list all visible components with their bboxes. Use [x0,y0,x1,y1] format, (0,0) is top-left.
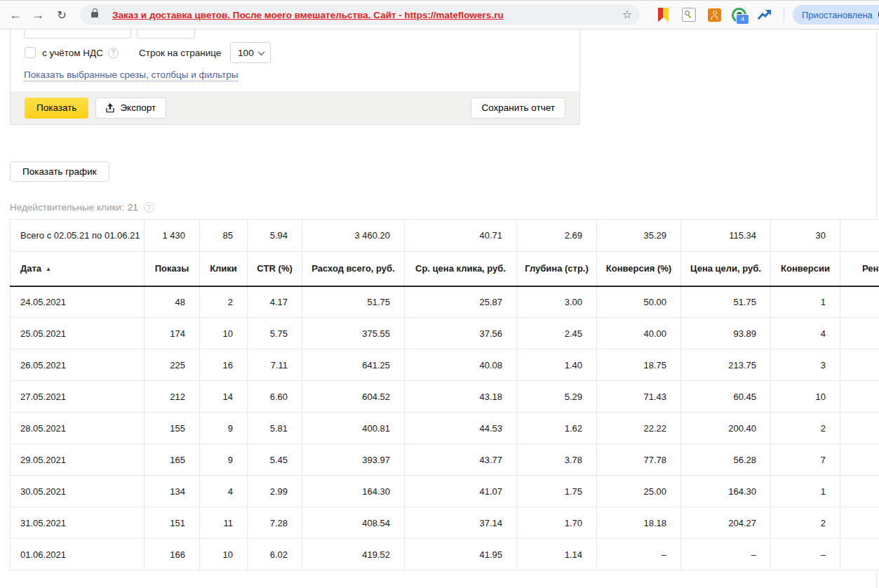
value-cell: 9 [200,444,248,476]
table-row: 24.05.20214824.1751.7525.873.0050.0051.7… [11,286,879,318]
value-cell [840,476,879,507]
value-cell: 2.99 [248,476,302,507]
value-cell: 400.81 [302,413,405,444]
value-cell [840,444,879,476]
invalid-clicks-help-icon[interactable]: ? [144,202,154,213]
value-cell: 641.25 [302,349,405,381]
column-header[interactable]: Конверсии [771,252,840,286]
bookmark-star-icon[interactable]: ☆ [622,8,632,21]
totals-cell: 3 460.20 [302,220,405,252]
forward-icon[interactable]: → [28,5,48,25]
value-cell: 71.43 [597,381,681,413]
value-cell: 1.70 [517,507,597,539]
column-header-date[interactable]: Дата▲ [11,252,145,286]
vat-checkbox-label[interactable]: с учётом НДС [42,48,103,58]
value-cell: 41.07 [405,476,517,507]
column-header[interactable]: Показы [145,252,200,286]
panel-footer: Показать Экспорт Сохранить отчет [11,91,579,124]
column-header-date-label: Дата [20,263,41,274]
cropped-dropdown[interactable] [137,29,195,39]
table-row: 30.05.202113442.99164.3041.071.7525.0016… [11,476,879,507]
column-header[interactable]: Глубина (стр.) [517,252,597,286]
show-slices-link[interactable]: Показать выбранные срезы, столбцы и филь… [24,69,238,81]
column-header[interactable]: Конверсия (%) [597,252,681,286]
date-cell: 26.05.2021 [11,349,145,381]
sort-asc-icon: ▲ [46,266,51,272]
totals-label: Всего с 02.05.21 по 01.06.21 [11,220,145,252]
date-cell: 01.06.2021 [11,539,145,570]
value-cell: 2 [200,286,248,318]
value-cell: 37.56 [405,318,517,349]
report-settings-panel: с учётом НДС ? Строк на странице 100 Пок… [10,29,580,125]
value-cell: 10 [200,539,248,570]
value-cell: 393.97 [302,444,405,476]
chevron-down-icon [257,48,264,55]
rows-per-page-select[interactable]: 100 [230,42,271,63]
value-cell: 18.75 [597,349,681,381]
value-cell: 5.75 [248,318,302,349]
export-button[interactable]: Экспорт [95,98,166,119]
metrica-extension-icon[interactable] [757,8,772,22]
show-chart-button[interactable]: Показать график [10,161,109,182]
address-bar-text[interactable]: Заказ и доставка цветов. После моего вме… [112,10,504,20]
value-cell: 22.22 [597,413,681,444]
value-cell: 6.60 [248,381,302,413]
rows-per-page-label: Строк на странице [139,48,221,58]
table-row: 31.05.2021151117.28408.5437.141.7018.182… [11,507,879,539]
date-cell: 31.05.2021 [11,507,145,539]
invalid-clicks-line: Недействительные клики: 21 ? [10,201,154,213]
value-cell: 44.53 [405,413,517,444]
value-cell [840,286,879,318]
value-cell: 408.54 [302,507,405,539]
column-header[interactable]: Цена цели, руб. [681,252,771,286]
export-button-label: Экспорт [120,102,156,113]
save-report-button[interactable]: Сохранить отчет [471,98,565,119]
value-cell: 51.75 [302,286,405,318]
cropped-dropdown[interactable] [24,29,131,39]
value-cell: 40.08 [405,349,517,381]
totals-cell: 85 [200,220,248,252]
column-header[interactable]: Ср. цена клика, руб. [405,252,517,286]
value-cell: 1.14 [517,539,597,570]
value-cell: 7.11 [248,349,302,381]
value-cell: 43.18 [405,381,517,413]
show-button[interactable]: Показать [25,98,88,119]
odnoklassniki-extension-icon[interactable] [708,8,721,22]
vat-checkbox[interactable] [25,47,36,58]
address-bar[interactable]: Заказ и доставка цветов. После моего вме… [80,5,640,25]
value-cell: 375.55 [302,318,405,349]
extension-badge: 4 [736,14,749,25]
totals-cell [840,220,879,252]
date-cell: 28.05.2021 [11,413,145,444]
target-extension-icon[interactable]: 4 [732,8,746,22]
value-cell: 60.45 [681,381,771,413]
value-cell: 166 [145,539,200,570]
value-cell: 151 [145,507,200,539]
vat-help-icon[interactable]: ? [108,48,119,58]
stats-table-wrap: Всего с 02.05.21 по 01.06.211 430855.943… [10,219,879,571]
column-header[interactable]: Рента [840,252,879,286]
value-cell: 2 [771,413,840,444]
value-cell: – [597,539,681,570]
export-upload-icon [106,103,114,113]
header-row: Дата▲ПоказыКликиCTR (%)Расход всего, руб… [11,252,879,286]
column-header[interactable]: Расход всего, руб. [302,252,405,286]
value-cell: 40.00 [597,318,681,349]
value-cell [840,349,879,381]
totals-cell: 40.71 [405,220,517,252]
value-cell: 212 [145,381,200,413]
back-icon[interactable]: ← [6,5,25,25]
search-extension-icon[interactable] [682,8,696,22]
reload-icon[interactable]: ↻ [52,5,72,25]
value-cell: 56.28 [681,444,771,476]
bookmarks-extension-icon[interactable] [658,8,669,22]
value-cell: 93.89 [681,318,771,349]
totals-cell: 115.34 [681,220,771,252]
value-cell: 3 [771,349,840,381]
value-cell: 225 [145,349,200,381]
value-cell: 10 [200,318,248,349]
column-header[interactable]: Клики [200,252,248,286]
profile-chip[interactable]: Приостановлена [793,5,879,25]
value-cell: 4 [200,476,248,507]
column-header[interactable]: CTR (%) [248,252,302,286]
